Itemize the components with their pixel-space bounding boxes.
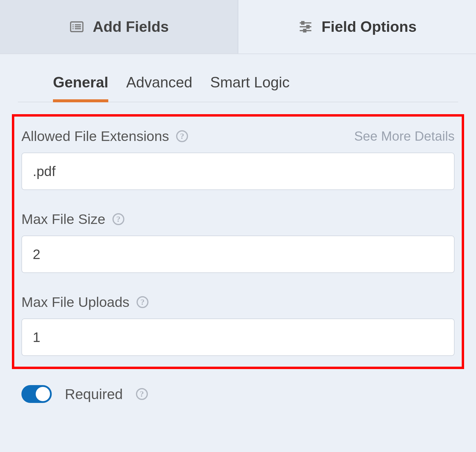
allowed-extensions-input[interactable] — [21, 153, 455, 190]
max-file-size-input[interactable] — [21, 236, 455, 273]
field-max-file-size: Max File Size ? — [21, 190, 455, 273]
tab-add-fields-label: Add Fields — [93, 18, 169, 35]
subtab-advanced[interactable]: Advanced — [126, 74, 192, 102]
help-icon[interactable]: ? — [136, 388, 148, 400]
allowed-extensions-label: Allowed File Extensions — [21, 128, 169, 144]
svg-rect-8 — [302, 22, 304, 24]
max-file-uploads-input[interactable] — [21, 318, 455, 356]
field-max-file-uploads: Max File Uploads ? — [21, 273, 455, 356]
list-icon — [69, 19, 84, 34]
toggle-knob — [36, 387, 50, 401]
help-icon[interactable]: ? — [176, 130, 188, 142]
required-label: Required — [65, 386, 123, 402]
subtabs: General Advanced Smart Logic — [18, 54, 458, 102]
required-row: Required ? — [0, 375, 476, 403]
field-allowed-extensions: Allowed File Extensions ? See More Detai… — [21, 117, 455, 190]
svg-rect-12 — [303, 29, 306, 32]
subtab-general[interactable]: General — [53, 74, 108, 102]
file-upload-settings-highlight: Allowed File Extensions ? See More Detai… — [12, 114, 464, 369]
subtab-smart-logic[interactable]: Smart Logic — [210, 74, 290, 102]
tab-field-options[interactable]: Field Options — [238, 0, 476, 54]
svg-rect-10 — [307, 26, 309, 28]
tab-field-options-label: Field Options — [322, 18, 416, 35]
help-icon[interactable]: ? — [137, 296, 148, 308]
required-toggle[interactable] — [21, 385, 52, 403]
max-file-size-label: Max File Size — [21, 211, 105, 227]
help-icon[interactable]: ? — [112, 213, 124, 225]
sliders-icon — [298, 19, 313, 34]
max-file-uploads-label: Max File Uploads — [21, 294, 129, 310]
see-more-details-link[interactable]: See More Details — [354, 129, 455, 144]
sidebar-topnav: Add Fields Field Options — [0, 0, 476, 54]
tab-add-fields[interactable]: Add Fields — [0, 0, 238, 54]
